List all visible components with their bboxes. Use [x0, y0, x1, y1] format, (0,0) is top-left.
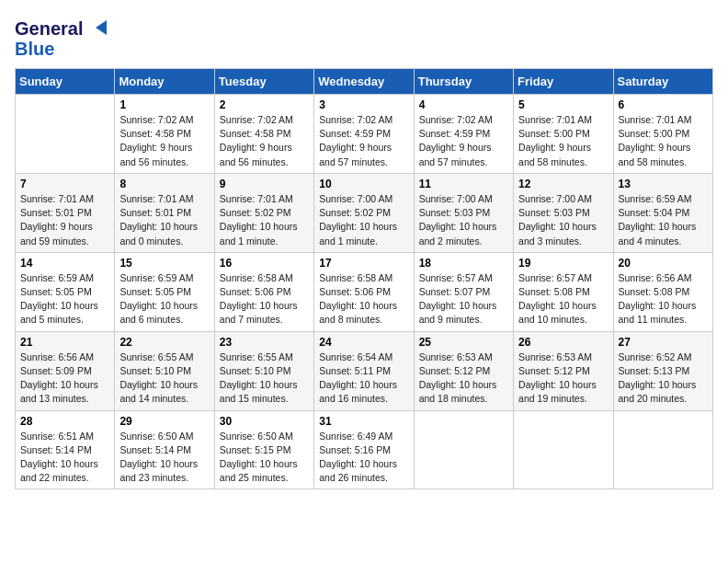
day-number: 31	[319, 415, 408, 428]
calendar-cell: 1Sunrise: 7:02 AMSunset: 4:58 PMDaylight…	[115, 95, 214, 174]
day-info: Sunrise: 6:55 AMSunset: 5:10 PMDaylight:…	[220, 350, 309, 407]
day-info: Sunrise: 6:53 AMSunset: 5:12 PMDaylight:…	[419, 350, 508, 407]
day-info: Sunrise: 7:02 AMSunset: 4:58 PMDaylight:…	[119, 113, 209, 169]
calendar-cell: 4Sunrise: 7:02 AMSunset: 4:59 PMDaylight…	[414, 95, 513, 174]
calendar-cell: 17Sunrise: 6:58 AMSunset: 5:06 PMDayligh…	[314, 252, 414, 331]
day-info: Sunrise: 6:51 AMSunset: 5:14 PMDaylight:…	[20, 430, 109, 486]
day-info: Sunrise: 7:02 AMSunset: 4:59 PMDaylight:…	[419, 113, 508, 169]
weekday-header-row: SundayMondayTuesdayWednesdayThursdayFrid…	[16, 69, 713, 95]
day-info: Sunrise: 6:58 AMSunset: 5:06 PMDaylight:…	[319, 271, 408, 327]
day-number: 26	[518, 336, 608, 349]
day-info: Sunrise: 7:00 AMSunset: 5:02 PMDaylight:…	[319, 192, 408, 248]
calendar-week-row: 1Sunrise: 7:02 AMSunset: 4:58 PMDaylight…	[16, 95, 713, 174]
calendar-cell: 26Sunrise: 6:53 AMSunset: 5:12 PMDayligh…	[514, 331, 613, 410]
day-number: 18	[419, 257, 508, 270]
day-info: Sunrise: 6:55 AMSunset: 5:10 PMDaylight:…	[119, 350, 209, 407]
svg-text:General: General	[15, 18, 83, 39]
day-number: 19	[518, 257, 608, 270]
calendar-cell: 18Sunrise: 6:57 AMSunset: 5:07 PMDayligh…	[414, 252, 513, 331]
day-number: 27	[619, 336, 708, 349]
svg-marker-2	[96, 20, 107, 35]
calendar-week-row: 21Sunrise: 6:56 AMSunset: 5:09 PMDayligh…	[16, 331, 713, 410]
calendar-cell: 30Sunrise: 6:50 AMSunset: 5:15 PMDayligh…	[214, 410, 313, 489]
day-number: 24	[319, 336, 408, 349]
day-number: 1	[119, 98, 209, 111]
day-number: 11	[419, 178, 508, 190]
day-info: Sunrise: 6:57 AMSunset: 5:08 PMDaylight:…	[518, 271, 608, 327]
day-number: 20	[619, 257, 708, 270]
calendar-cell: 9Sunrise: 7:01 AMSunset: 5:02 PMDaylight…	[214, 173, 313, 252]
calendar-cell: 16Sunrise: 6:58 AMSunset: 5:06 PMDayligh…	[214, 252, 313, 331]
calendar-cell: 2Sunrise: 7:02 AMSunset: 4:58 PMDaylight…	[214, 95, 313, 174]
day-number: 7	[20, 178, 109, 190]
calendar-cell: 13Sunrise: 6:59 AMSunset: 5:04 PMDayligh…	[613, 173, 712, 252]
day-info: Sunrise: 6:59 AMSunset: 5:04 PMDaylight:…	[619, 192, 708, 248]
calendar-cell: 21Sunrise: 6:56 AMSunset: 5:09 PMDayligh…	[16, 331, 115, 410]
calendar-week-row: 28Sunrise: 6:51 AMSunset: 5:14 PMDayligh…	[16, 410, 713, 489]
day-number: 29	[119, 415, 209, 428]
day-info: Sunrise: 6:57 AMSunset: 5:07 PMDaylight:…	[419, 271, 508, 327]
day-info: Sunrise: 7:01 AMSunset: 5:01 PMDaylight:…	[119, 192, 209, 248]
day-number: 5	[518, 98, 608, 111]
logo: GeneralBlue	[15, 15, 116, 61]
calendar-cell: 12Sunrise: 7:00 AMSunset: 5:03 PMDayligh…	[514, 173, 613, 252]
day-info: Sunrise: 6:59 AMSunset: 5:05 PMDaylight:…	[20, 271, 109, 327]
calendar-cell: 6Sunrise: 7:01 AMSunset: 5:00 PMDaylight…	[613, 95, 712, 174]
day-info: Sunrise: 6:50 AMSunset: 5:15 PMDaylight:…	[220, 430, 309, 486]
calendar-cell: 28Sunrise: 6:51 AMSunset: 5:14 PMDayligh…	[16, 410, 115, 489]
day-number: 30	[220, 415, 309, 428]
calendar-cell: 10Sunrise: 7:00 AMSunset: 5:02 PMDayligh…	[314, 173, 414, 252]
calendar-cell	[514, 410, 613, 489]
calendar-cell: 7Sunrise: 7:01 AMSunset: 5:01 PMDaylight…	[16, 173, 115, 252]
day-info: Sunrise: 6:49 AMSunset: 5:16 PMDaylight:…	[319, 430, 408, 486]
day-number: 10	[319, 178, 408, 190]
calendar-cell: 23Sunrise: 6:55 AMSunset: 5:10 PMDayligh…	[214, 331, 313, 410]
calendar-cell: 8Sunrise: 7:01 AMSunset: 5:01 PMDaylight…	[115, 173, 214, 252]
calendar-week-row: 14Sunrise: 6:59 AMSunset: 5:05 PMDayligh…	[16, 252, 713, 331]
calendar-cell: 20Sunrise: 6:56 AMSunset: 5:08 PMDayligh…	[613, 252, 712, 331]
day-info: Sunrise: 7:01 AMSunset: 5:02 PMDaylight:…	[220, 192, 309, 248]
day-info: Sunrise: 7:02 AMSunset: 4:58 PMDaylight:…	[220, 113, 309, 169]
weekday-header: Friday	[514, 69, 613, 95]
day-number: 16	[220, 257, 309, 270]
calendar-cell: 22Sunrise: 6:55 AMSunset: 5:10 PMDayligh…	[115, 331, 214, 410]
calendar-cell: 29Sunrise: 6:50 AMSunset: 5:14 PMDayligh…	[115, 410, 214, 489]
calendar-cell: 14Sunrise: 6:59 AMSunset: 5:05 PMDayligh…	[16, 252, 115, 331]
day-number: 25	[419, 336, 508, 349]
calendar-cell	[414, 410, 513, 489]
day-info: Sunrise: 6:53 AMSunset: 5:12 PMDaylight:…	[518, 350, 608, 407]
weekday-header: Saturday	[613, 69, 712, 95]
weekday-header: Sunday	[16, 69, 115, 95]
logo-svg: GeneralBlue	[15, 15, 116, 61]
calendar-table: SundayMondayTuesdayWednesdayThursdayFrid…	[15, 68, 713, 489]
day-number: 13	[619, 178, 708, 190]
day-info: Sunrise: 7:01 AMSunset: 5:01 PMDaylight:…	[20, 192, 109, 248]
day-number: 9	[220, 178, 309, 190]
day-info: Sunrise: 7:01 AMSunset: 5:00 PMDaylight:…	[619, 113, 708, 169]
day-info: Sunrise: 6:58 AMSunset: 5:06 PMDaylight:…	[220, 271, 309, 327]
day-number: 12	[518, 178, 608, 190]
calendar-week-row: 7Sunrise: 7:01 AMSunset: 5:01 PMDaylight…	[16, 173, 713, 252]
day-info: Sunrise: 7:00 AMSunset: 5:03 PMDaylight:…	[518, 192, 608, 248]
day-number: 15	[119, 257, 209, 270]
svg-text:Blue: Blue	[15, 39, 54, 59]
calendar-cell: 24Sunrise: 6:54 AMSunset: 5:11 PMDayligh…	[314, 331, 414, 410]
day-info: Sunrise: 6:52 AMSunset: 5:13 PMDaylight:…	[619, 350, 708, 407]
day-number: 14	[20, 257, 109, 270]
day-number: 8	[119, 178, 209, 190]
page-header: GeneralBlue	[15, 15, 713, 61]
calendar-cell: 25Sunrise: 6:53 AMSunset: 5:12 PMDayligh…	[414, 331, 513, 410]
day-number: 28	[20, 415, 109, 428]
day-number: 22	[119, 336, 209, 349]
day-number: 3	[319, 98, 408, 111]
calendar-cell: 27Sunrise: 6:52 AMSunset: 5:13 PMDayligh…	[613, 331, 712, 410]
calendar-cell: 15Sunrise: 6:59 AMSunset: 5:05 PMDayligh…	[115, 252, 214, 331]
day-number: 23	[220, 336, 309, 349]
weekday-header: Tuesday	[214, 69, 313, 95]
calendar-cell: 5Sunrise: 7:01 AMSunset: 5:00 PMDaylight…	[514, 95, 613, 174]
weekday-header: Wednesday	[314, 69, 414, 95]
day-info: Sunrise: 7:00 AMSunset: 5:03 PMDaylight:…	[419, 192, 508, 248]
day-number: 21	[20, 336, 109, 349]
day-info: Sunrise: 6:56 AMSunset: 5:09 PMDaylight:…	[20, 350, 109, 407]
calendar-cell: 3Sunrise: 7:02 AMSunset: 4:59 PMDaylight…	[314, 95, 414, 174]
